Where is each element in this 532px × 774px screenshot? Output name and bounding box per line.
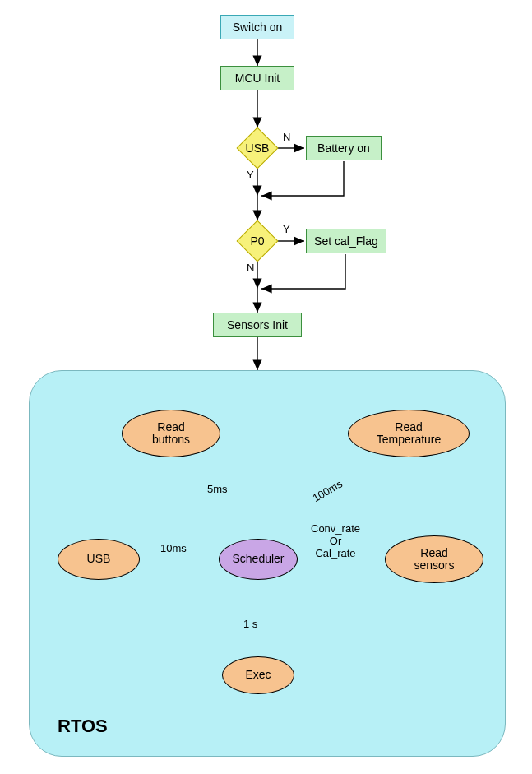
decision-p0 <box>237 220 279 262</box>
node-sensors-init: Sensors Init <box>213 313 302 337</box>
timing-buttons: 5ms <box>207 484 228 496</box>
node-read-temperature: Read Temperature <box>348 410 470 457</box>
flowchart-canvas: Switch on MCU Init USB N Y Battery on P0… <box>0 0 532 774</box>
node-switch-on: Switch on <box>220 15 294 39</box>
timing-usb: 10ms <box>160 543 187 555</box>
branch-usb-no: N <box>283 131 290 143</box>
branch-p0-no: N <box>247 262 254 274</box>
branch-usb-yes: Y <box>247 169 254 181</box>
timing-exec: 1 s <box>243 619 257 631</box>
node-mcu-init: MCU Init <box>220 66 294 90</box>
decision-usb <box>237 127 279 169</box>
node-usb-task: USB <box>58 539 140 580</box>
node-scheduler: Scheduler <box>219 539 298 580</box>
branch-p0-yes: Y <box>283 223 290 235</box>
node-read-sensors: Read sensors <box>385 535 483 583</box>
node-battery-on: Battery on <box>306 136 382 160</box>
timing-sensors: Conv_rate Or Cal_rate <box>311 523 360 560</box>
node-set-cal-flag: Set cal_Flag <box>306 229 386 253</box>
rtos-title: RTOS <box>58 716 108 737</box>
node-exec: Exec <box>222 656 294 694</box>
node-read-buttons: Read buttons <box>122 410 220 457</box>
